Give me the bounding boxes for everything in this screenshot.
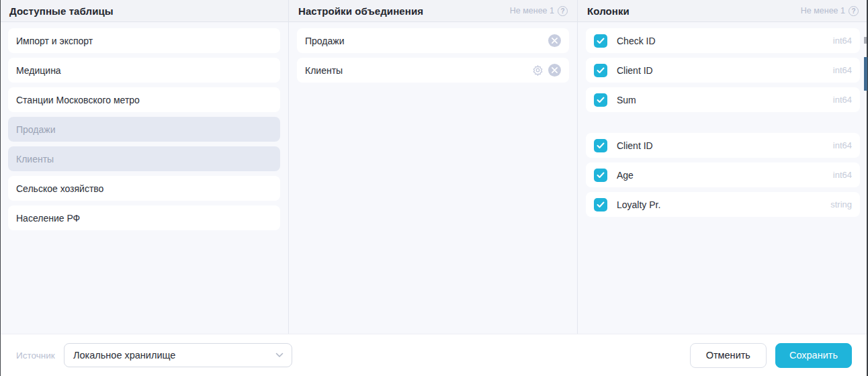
column-label: Client ID <box>617 65 833 76</box>
column-type: string <box>830 199 852 209</box>
column-label: Client ID <box>617 140 833 151</box>
join-item: Продажи <box>297 28 569 53</box>
column-label: Age <box>617 170 833 181</box>
table-item[interactable]: Население РФ <box>8 205 280 230</box>
table-item-selected[interactable]: Клиенты <box>8 146 280 171</box>
checkbox-checked-icon[interactable] <box>594 169 607 182</box>
checkbox-checked-icon[interactable] <box>594 34 607 48</box>
table-item[interactable]: Медицина <box>8 58 280 83</box>
close-icon[interactable] <box>548 34 561 47</box>
cancel-button[interactable]: Отменить <box>690 343 767 368</box>
join-item: Клиенты <box>297 58 569 83</box>
panel-title: Колонки <box>587 5 630 17</box>
badge-label: Не менее 1 <box>801 6 845 15</box>
column-item: Client ID int64 <box>586 58 860 83</box>
table-item[interactable]: Станции Московского метро <box>8 87 280 112</box>
panel-title: Настройки объединения <box>298 5 423 17</box>
column-item: Check ID int64 <box>586 28 860 53</box>
panel-title: Доступные таблицы <box>9 5 114 17</box>
source-select-value: Локальное хранилище <box>73 350 175 361</box>
window-left-border <box>0 0 1 376</box>
column-item: Sum int64 <box>586 87 860 112</box>
available-tables-header: Доступные таблицы <box>0 0 288 22</box>
column-item: Loyalty Pr. string <box>586 192 860 217</box>
checkbox-checked-icon[interactable] <box>594 64 607 77</box>
gear-icon[interactable] <box>531 64 544 77</box>
column-label: Loyalty Pr. <box>617 199 830 210</box>
table-item-selected[interactable]: Продажи <box>8 117 280 142</box>
chevron-down-icon <box>275 352 284 358</box>
join-item-actions <box>548 34 561 47</box>
columns-panel: Колонки Не менее 1 ? Check ID int64 <box>578 0 868 334</box>
columns-list: Check ID int64 Client ID int64 Sum int64 <box>578 22 868 334</box>
available-tables-list: Импорт и экспорт Медицина Станции Москов… <box>0 22 288 334</box>
table-item[interactable]: Импорт и экспорт <box>8 28 280 53</box>
group-divider <box>586 117 860 133</box>
column-type: int64 <box>833 140 852 150</box>
scrollbar-track-mark <box>864 37 867 44</box>
help-icon[interactable]: ? <box>558 6 568 16</box>
column-type: int64 <box>833 36 852 46</box>
columns-header: Колонки Не менее 1 ? <box>578 0 868 22</box>
column-label: Check ID <box>617 36 833 46</box>
checkbox-checked-icon[interactable] <box>594 198 607 211</box>
column-label: Sum <box>617 95 833 105</box>
column-type: int64 <box>833 170 852 180</box>
table-item[interactable]: Сельское хозяйство <box>8 176 280 201</box>
column-type: int64 <box>833 95 852 105</box>
column-item: Client ID int64 <box>586 133 860 158</box>
source-select[interactable]: Локальное хранилище <box>64 343 292 367</box>
save-button[interactable]: Сохранить <box>775 343 852 368</box>
join-settings-panel: Настройки объединения Не менее 1 ? Прода… <box>289 0 578 334</box>
panels-area: Доступные таблицы Импорт и экспорт Медиц… <box>0 0 868 334</box>
badge-label: Не менее 1 <box>510 6 554 15</box>
scrollbar-thumb[interactable] <box>864 57 867 91</box>
column-item: Age int64 <box>586 162 860 187</box>
footer-bar: Источник Локальное хранилище Отменить Со… <box>0 334 868 376</box>
available-tables-panel: Доступные таблицы Импорт и экспорт Медиц… <box>0 0 289 334</box>
help-icon[interactable]: ? <box>849 6 859 16</box>
join-settings-header: Настройки объединения Не менее 1 ? <box>289 0 577 22</box>
column-type: int64 <box>833 65 852 75</box>
checkbox-checked-icon[interactable] <box>594 93 607 107</box>
join-item-label: Продажи <box>305 36 344 46</box>
join-settings-list: Продажи Клиенты <box>289 22 577 334</box>
checkbox-checked-icon[interactable] <box>594 139 607 152</box>
join-item-label: Клиенты <box>305 65 343 76</box>
join-settings-dialog: Доступные таблицы Импорт и экспорт Медиц… <box>0 0 868 376</box>
source-label: Источник <box>16 350 54 361</box>
min-requirement-badge: Не менее 1 ? <box>801 6 859 16</box>
close-icon[interactable] <box>548 64 561 77</box>
min-requirement-badge: Не менее 1 ? <box>510 6 568 16</box>
join-item-actions <box>531 64 561 77</box>
